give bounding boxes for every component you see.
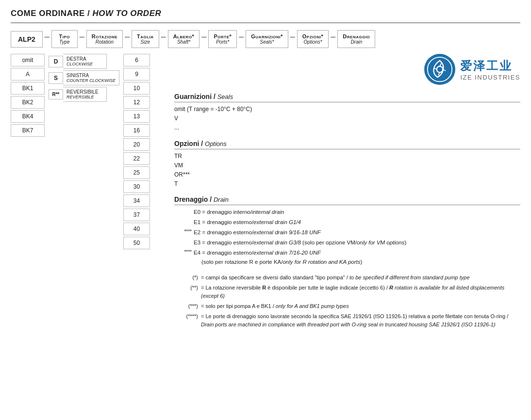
chain-albero-sub: Shaft* bbox=[173, 39, 195, 45]
drain-e0: E0 = drenaggio interno/internal drain bbox=[174, 208, 520, 217]
footnote-2: (**) = La rotazione reversibile R è disp… bbox=[174, 284, 520, 300]
chain-opzioni-label: Opzioni* bbox=[302, 33, 324, 39]
chain-node-drenaggio: Drenaggio Drain bbox=[337, 30, 375, 48]
rotation-desc-r: REVERSIBILEREVERSIBLE bbox=[63, 87, 107, 102]
rotation-key-r: R** bbox=[49, 89, 63, 99]
drain-e3: E3 = drenaggio esterno/external drain G3… bbox=[174, 238, 520, 247]
tipo-cell-bk1: BK1 bbox=[11, 82, 45, 95]
tipo-column: omit A BK1 BK2 BK4 BK7 bbox=[11, 54, 45, 137]
drain-e1: E1 = drenaggio esterno/external drain G1… bbox=[174, 218, 520, 227]
drain-e0-content: E0 = drenaggio interno/internal drain bbox=[194, 208, 520, 217]
chain-porte-label: Porte* bbox=[214, 33, 232, 39]
footnote-4: (****) = Le porte di drenaggio sono lavo… bbox=[174, 312, 520, 329]
tipo-cell-bk2: BK2 bbox=[11, 96, 45, 109]
chain-opzioni-sub: Options* bbox=[302, 39, 324, 45]
tipo-cell-omit: omit bbox=[11, 54, 45, 66]
chain-dash-2: – bbox=[123, 32, 132, 42]
rotation-desc-s: SINISTRACOUNTER CLOCKWISE bbox=[63, 70, 119, 85]
footnotes-block: (*) = campi da specificare se diversi da… bbox=[174, 274, 520, 329]
chain-node-porte: Porte* Ports* bbox=[208, 30, 237, 48]
chain-node-opzioni: Opzioni* Options* bbox=[297, 30, 329, 48]
tipo-cell-a: A bbox=[11, 68, 45, 81]
rotation-column: D DESTRACLOCKWISE S SINISTRACOUNTER CLOC… bbox=[49, 54, 119, 102]
size-cell-50: 50 bbox=[123, 237, 150, 249]
chain-node-guarnizioni: Guarnizioni* Seals* bbox=[246, 30, 288, 48]
drain-e2-prefix: **** bbox=[174, 228, 194, 236]
size-cell-25: 25 bbox=[123, 166, 150, 179]
drain-e2: **** E2 = drenaggio esterno/external dra… bbox=[174, 228, 520, 237]
drain-title: Drenaggio / Drain bbox=[174, 195, 520, 205]
right-info: 爱泽工业 IZE INDUSTRIES Guarnizioni / Seals … bbox=[160, 54, 520, 331]
fn2-val: = La rotazione reversibile R è disponibi… bbox=[201, 284, 520, 300]
options-line-or: OR*** bbox=[174, 170, 520, 179]
size-cell-40: 40 bbox=[123, 223, 150, 235]
size-cell-6: 6 bbox=[123, 54, 150, 66]
logo-svg bbox=[427, 56, 453, 82]
chain-node-taglia: Taglia Size bbox=[132, 30, 159, 48]
fn2-key: (**) bbox=[174, 284, 201, 292]
size-cell-16: 16 bbox=[123, 124, 150, 137]
page-title: COME ORDINARE / HOW TO ORDER bbox=[11, 9, 520, 23]
title-normal: COME ORDINARE / bbox=[11, 9, 90, 18]
chain-guarnizioni-sub: Seals* bbox=[251, 39, 283, 45]
size-cell-34: 34 bbox=[123, 194, 150, 207]
size-cell-30: 30 bbox=[123, 180, 150, 193]
chain-dash-1: – bbox=[78, 32, 86, 42]
logo-chinese: 爱泽工业 bbox=[460, 58, 520, 74]
chain-dash-0: – bbox=[43, 32, 51, 42]
drain-e4-prefix: **** bbox=[174, 248, 194, 257]
rotation-key-d: D bbox=[49, 56, 63, 67]
size-cell-12: 12 bbox=[123, 96, 150, 109]
fn1-key: (*) bbox=[174, 274, 201, 282]
logo-english: IZE INDUSTRIES bbox=[460, 74, 520, 81]
rotation-row-r: R** REVERSIBILEREVERSIBLE bbox=[49, 87, 119, 102]
chain-node-rotation: Rotazione Rotation bbox=[86, 30, 123, 48]
chain-taglia-label: Taglia bbox=[137, 33, 154, 39]
chain-dash-6: – bbox=[288, 32, 297, 42]
chain-taglia-sub: Size bbox=[137, 39, 154, 45]
chain-tipo-sub: Type bbox=[57, 39, 72, 45]
chain-rotation-sub: Rotation bbox=[92, 39, 117, 45]
chain-rotation-label: Rotazione bbox=[92, 33, 117, 39]
fn4-val: = Le porte di drenaggio sono lavorate se… bbox=[201, 312, 520, 329]
chain-dash-4: – bbox=[199, 32, 208, 42]
chain-node-albero: Albero* Shaft* bbox=[168, 30, 200, 48]
left-columns: omit A BK1 BK2 BK4 BK7 D DESTRACLOCKWISE… bbox=[11, 54, 150, 331]
chain-dash-5: – bbox=[237, 32, 246, 42]
logo-text: 爱泽工业 IZE INDUSTRIES bbox=[460, 58, 520, 81]
fn3-key: (***) bbox=[174, 302, 201, 310]
size-cell-10: 10 bbox=[123, 82, 150, 95]
drain-e2-content: E2 = drenaggio esterno/external drain 9/… bbox=[194, 228, 520, 237]
rotation-key-s: S bbox=[49, 72, 63, 84]
options-line-tr: TR bbox=[174, 152, 520, 161]
drain-e4: **** E4 = drenaggio esterno/external dra… bbox=[174, 248, 520, 267]
seals-line-3: ... bbox=[174, 123, 520, 132]
chain-porte-sub: Ports* bbox=[214, 39, 232, 45]
tipo-cell-bk4: BK4 bbox=[11, 110, 45, 123]
drain-e4-content: E4 = drenaggio esterno/external drain 7/… bbox=[194, 248, 520, 267]
fn1-val: = campi da specificare se diversi dallo … bbox=[201, 274, 520, 282]
chain-guarnizioni-label: Guarnizioni* bbox=[251, 33, 283, 39]
size-column: 6 9 10 12 13 16 20 22 25 30 34 37 40 50 bbox=[123, 54, 150, 249]
options-block: Opzioni / Options TR VM OR*** T bbox=[174, 140, 520, 189]
main-content: omit A BK1 BK2 BK4 BK7 D DESTRACLOCKWISE… bbox=[11, 54, 520, 331]
size-cell-9: 9 bbox=[123, 68, 150, 81]
title-italic: HOW TO ORDER bbox=[90, 9, 161, 18]
seals-line-1: omit (T range = -10°C + 80°C) bbox=[174, 105, 520, 114]
rotation-row-s: S SINISTRACOUNTER CLOCKWISE bbox=[49, 70, 119, 85]
fn4-key: (****) bbox=[174, 312, 201, 321]
chain-tipo-label: Tipo bbox=[57, 33, 72, 39]
footnote-1: (*) = campi da specificare se diversi da… bbox=[174, 274, 520, 282]
tipo-cell-bk7: BK7 bbox=[11, 124, 45, 137]
alp2-label: ALP2 bbox=[11, 31, 43, 48]
fn3-val: = solo per tipi pompa A e BK1 / only for… bbox=[201, 302, 520, 310]
chain-drenaggio-sub: Drain bbox=[343, 39, 370, 45]
rotation-desc-d: DESTRACLOCKWISE bbox=[63, 54, 107, 69]
rotation-row-d: D DESTRACLOCKWISE bbox=[49, 54, 119, 69]
seals-block: Guarnizioni / Seals omit (T range = -10°… bbox=[174, 93, 520, 133]
options-title: Opzioni / Options bbox=[174, 140, 520, 149]
logo-area: 爱泽工业 IZE INDUSTRIES bbox=[174, 54, 520, 85]
chain-dash-3: – bbox=[159, 32, 168, 42]
chain-dash-7: – bbox=[329, 32, 337, 42]
ordering-chain: ALP2 – Tipo Type – Rotazione Rotation – … bbox=[11, 30, 520, 48]
